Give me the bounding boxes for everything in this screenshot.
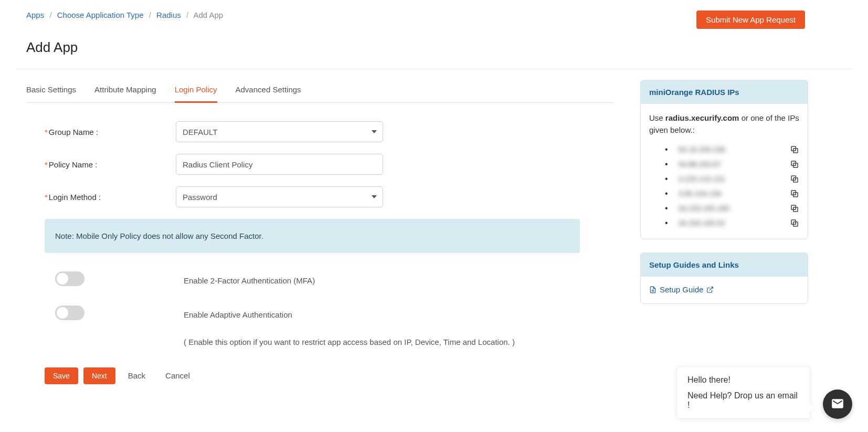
ip-list-item: 3.225.215.131: [665, 172, 799, 186]
adaptive-auth-toggle-label: Enable Adaptive Authentication: [184, 309, 515, 321]
adaptive-auth-help-text: ( Enable this option if you want to rest…: [184, 336, 515, 349]
copy-icon[interactable]: [790, 145, 799, 154]
chat-help-bubble: Hello there! Need Help? Drop us an email…: [676, 366, 810, 405]
tab-basic-settings[interactable]: Basic Settings: [26, 80, 76, 102]
ip-list-item: 50.16.200.236: [665, 142, 799, 157]
mail-icon: [831, 397, 844, 406]
group-name-select[interactable]: DEFAULT: [176, 121, 383, 142]
breadcrumb-sep: /: [49, 10, 51, 19]
setup-guide-link[interactable]: Setup Guide: [649, 285, 714, 294]
ip-address: 50.16.200.236: [679, 145, 786, 154]
ip-address: 34.233.165.180: [679, 204, 786, 213]
copy-icon[interactable]: [790, 160, 799, 169]
cancel-button[interactable]: Cancel: [158, 367, 197, 384]
setup-guides-panel: Setup Guides and Links Setup Guide: [640, 252, 808, 304]
setup-guides-panel-title: Setup Guides and Links: [641, 253, 808, 277]
ip-address: 34.200.165.52: [679, 219, 786, 227]
external-link-icon: [706, 286, 714, 293]
copy-icon[interactable]: [790, 218, 799, 228]
submit-new-app-request-button[interactable]: Submit New App Request: [696, 10, 805, 29]
ip-address: 3.225.215.131: [679, 175, 786, 183]
radius-ips-intro: Use radius.xecurify.com or one of the IP…: [649, 112, 799, 136]
copy-icon[interactable]: [790, 204, 799, 213]
breadcrumb-apps[interactable]: Apps: [26, 10, 44, 19]
page-title: Add App: [26, 39, 852, 56]
back-button[interactable]: Back: [121, 367, 153, 384]
ip-list-item: 34.233.165.180: [665, 201, 799, 216]
ip-list-item: 34.200.165.52: [665, 216, 799, 230]
tab-advanced-settings[interactable]: Advanced Settings: [236, 80, 301, 102]
copy-icon[interactable]: [790, 189, 799, 198]
ip-address: 3.85.104.159: [679, 189, 786, 198]
mfa-toggle-label: Enable 2-Factor Authentication (MFA): [184, 271, 315, 287]
ip-list-item: 54.88.203.67: [665, 157, 799, 172]
breadcrumb: Apps / Choose Application Type / Radius …: [16, 10, 223, 19]
note-box: Note: Mobile Only Policy does not allow …: [45, 219, 580, 253]
breadcrumb-current: Add App: [193, 10, 223, 19]
breadcrumb-choose-app-type[interactable]: Choose Application Type: [57, 10, 144, 19]
save-button[interactable]: Save: [45, 367, 78, 384]
breadcrumb-sep: /: [149, 10, 151, 19]
breadcrumb-radius[interactable]: Radius: [156, 10, 181, 19]
ip-list-item: 3.85.104.159: [665, 186, 799, 201]
tab-attribute-mapping[interactable]: Attribute Mapping: [94, 80, 156, 102]
group-name-label: *Group Name :: [45, 128, 176, 136]
breadcrumb-sep: /: [186, 10, 188, 19]
document-icon: [649, 286, 657, 293]
copy-icon[interactable]: [790, 174, 799, 184]
ip-address: 54.88.203.67: [679, 160, 786, 168]
policy-name-input[interactable]: [176, 154, 383, 175]
tabs: Basic Settings Attribute Mapping Login P…: [26, 80, 614, 103]
svg-line-14: [710, 287, 713, 290]
tab-login-policy[interactable]: Login Policy: [175, 80, 217, 103]
login-method-select[interactable]: Password: [176, 186, 383, 207]
policy-name-label: *Policy Name :: [45, 160, 176, 169]
radius-ips-panel-title: miniOrange RADIUS IPs: [641, 80, 808, 104]
chat-line1: Hello there!: [687, 375, 799, 385]
divider: [16, 69, 852, 69]
login-method-label: *Login Method :: [45, 193, 176, 202]
radius-ips-panel: miniOrange RADIUS IPs Use radius.xecurif…: [640, 80, 808, 239]
adaptive-auth-toggle[interactable]: [55, 305, 84, 320]
mfa-toggle[interactable]: [55, 271, 84, 286]
next-button[interactable]: Next: [83, 367, 115, 384]
chat-line2: Need Help? Drop us an email !: [687, 391, 799, 405]
